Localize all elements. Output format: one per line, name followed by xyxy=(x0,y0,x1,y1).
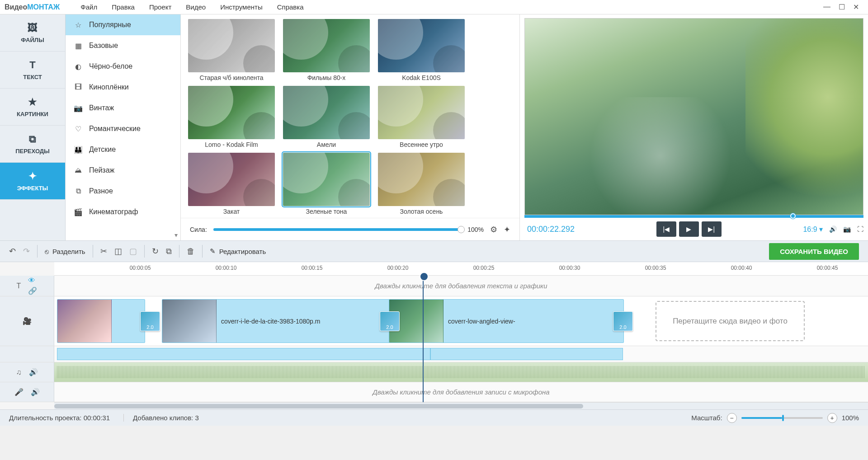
category-item[interactable]: 🎞Киноплёнки xyxy=(66,77,180,98)
zoom-slider[interactable] xyxy=(741,417,823,419)
effect-item[interactable]: Фильмы 80-х xyxy=(283,19,370,81)
cut-icon[interactable]: ✂ xyxy=(100,246,107,256)
transition-marker[interactable]: 2.0 xyxy=(613,311,633,331)
effect-thumb xyxy=(378,86,465,139)
video-track-icon[interactable]: 🎥 xyxy=(23,317,32,325)
effect-label: Весеннее утро xyxy=(378,141,465,148)
effects-panel: Старая ч/б кинолентаФильмы 80-хKodak E10… xyxy=(181,14,520,240)
video-clip[interactable] xyxy=(57,299,145,343)
edit-button[interactable]: ✎ Редактировать xyxy=(210,247,266,255)
stop-icon[interactable]: ▢ xyxy=(129,246,137,256)
video-clip[interactable]: coverr-low-angled-view- xyxy=(389,299,624,343)
music-volume-icon[interactable]: 🔊 xyxy=(29,368,38,376)
timeline-scrollbar[interactable] xyxy=(54,404,583,408)
transition-marker[interactable]: 2.0 xyxy=(380,311,400,331)
delete-icon[interactable]: 🗑 xyxy=(187,247,195,256)
effect-label: Старая ч/б кинолента xyxy=(188,74,275,81)
menu-инструменты[interactable]: Инструменты xyxy=(213,3,270,11)
video-track-body[interactable]: Перетащите сюда видео и фото coverr-i-le… xyxy=(54,296,868,346)
text-track-body[interactable]: Дважды кликните для добавления текста и … xyxy=(54,276,868,296)
effect-item[interactable]: Амели xyxy=(283,86,370,148)
snapshot-icon[interactable]: 📷 xyxy=(843,225,851,233)
category-item[interactable]: ▦Базовые xyxy=(66,35,180,56)
effect-item[interactable]: Весеннее утро xyxy=(378,86,465,148)
category-item[interactable]: 📷Винтаж xyxy=(66,98,180,118)
prev-frame-button[interactable]: |◀ xyxy=(656,221,676,237)
sidebar-tab-картинки[interactable]: ★КАРТИНКИ xyxy=(0,89,65,126)
effect-thumb xyxy=(188,19,275,72)
redo-icon[interactable]: ↷ xyxy=(23,246,30,256)
mic-volume-icon[interactable]: 🔊 xyxy=(31,388,40,396)
effect-item[interactable]: Закат xyxy=(188,153,275,215)
timeline-ruler[interactable]: 00:00:0500:00:1000:00:1500:00:2000:00:25… xyxy=(54,262,868,276)
category-item[interactable]: ♡Романтические xyxy=(66,118,180,139)
effect-item[interactable]: Золотая осень xyxy=(378,153,465,215)
visibility-icon[interactable]: 👁 xyxy=(28,277,37,285)
playhead[interactable] xyxy=(423,276,424,402)
preview-seekbar[interactable] xyxy=(524,215,863,218)
menu-видео[interactable]: Видео xyxy=(179,3,213,11)
menu-справка[interactable]: Справка xyxy=(270,3,311,11)
aspect-ratio-selector[interactable]: 16:9 ▾ xyxy=(803,225,823,234)
category-icon: ▦ xyxy=(74,42,83,50)
magic-wand-icon[interactable]: ✦ xyxy=(504,225,510,235)
fx-strip[interactable] xyxy=(430,348,623,360)
effect-item[interactable]: Старая ч/б кинолента xyxy=(188,19,275,81)
category-item[interactable]: ⧉Разное xyxy=(66,181,180,202)
menu-проект[interactable]: Проект xyxy=(142,3,179,11)
zoom-out-button[interactable]: − xyxy=(727,413,737,423)
sidebar-tab-файлы[interactable]: 🖼ФАЙЛЫ xyxy=(0,14,65,52)
video-dropzone[interactable]: Перетащите сюда видео и фото xyxy=(656,301,805,341)
category-icon: ☆ xyxy=(74,21,83,29)
sidebar-tab-переходы[interactable]: ⧉ПЕРЕХОДЫ xyxy=(0,126,65,163)
left-sidebar: 🖼ФАЙЛЫTТЕКСТ★КАРТИНКИ⧉ПЕРЕХОДЫ✦ЭФФЕКТЫ xyxy=(0,14,66,240)
zoom-in-button[interactable]: + xyxy=(827,413,837,423)
category-item[interactable]: ◐Чёрно-белое xyxy=(66,56,180,77)
mic-track-body[interactable]: Дважды кликните для добавления записи с … xyxy=(54,382,868,402)
category-item[interactable]: 👪Детские xyxy=(66,139,180,160)
fx-track-body[interactable] xyxy=(54,346,868,362)
next-frame-button[interactable]: ▶| xyxy=(702,221,722,237)
category-icon: ♡ xyxy=(74,125,83,133)
maximize-icon[interactable]: ☐ xyxy=(839,3,845,11)
close-icon[interactable]: ✕ xyxy=(853,3,859,11)
play-button[interactable]: ▶ xyxy=(679,221,699,237)
undo-icon[interactable]: ↶ xyxy=(9,246,16,256)
category-item[interactable]: 🎬Кинематограф xyxy=(66,202,180,222)
effect-item[interactable]: Зеленые тона xyxy=(283,153,370,215)
fullscreen-icon[interactable]: ⛶ xyxy=(857,225,863,233)
category-item[interactable]: ☆Популярные xyxy=(66,14,180,35)
sidebar-tab-эффекты[interactable]: ✦ЭФФЕКТЫ xyxy=(0,163,65,200)
effect-item[interactable]: Kodak E100S xyxy=(378,19,465,81)
strength-slider[interactable] xyxy=(213,228,461,231)
crop-icon[interactable]: ◫ xyxy=(114,246,122,256)
menu-правка[interactable]: Правка xyxy=(104,3,142,11)
audio-track-body[interactable] xyxy=(54,362,868,382)
minimize-icon[interactable]: — xyxy=(823,3,830,11)
preview-panel: 00:00:22.292 |◀ ▶ ▶| 16:9 ▾ 🔊 📷 ⛶ xyxy=(520,14,868,240)
sidebar-tab-текст[interactable]: TТЕКСТ xyxy=(0,52,65,89)
effect-item[interactable]: Lomo - Kodak Film xyxy=(188,86,275,148)
video-clip[interactable]: coverr-i-le-de-la-cite-3983-1080p.m xyxy=(162,299,413,343)
volume-icon[interactable]: 🔊 xyxy=(829,225,837,233)
split-button[interactable]: ⎋ Разделить xyxy=(45,248,85,255)
clip-thumbnail xyxy=(162,300,217,343)
save-video-button[interactable]: СОХРАНИТЬ ВИДЕО xyxy=(769,243,859,260)
transition-marker[interactable]: 2.0 xyxy=(140,311,160,331)
category-item[interactable]: ⛰Пейзаж xyxy=(66,160,180,181)
settings-icon[interactable]: ⚙ xyxy=(490,225,497,235)
music-track-icon[interactable]: ♫ xyxy=(16,368,22,376)
text-track-icon[interactable]: T xyxy=(17,282,21,290)
effect-thumb xyxy=(188,86,275,139)
category-label: Популярные xyxy=(89,21,131,29)
category-label: Кинематограф xyxy=(89,208,138,216)
link-icon[interactable]: 🔗 xyxy=(28,286,37,295)
effect-thumb xyxy=(283,19,370,72)
mic-track-icon[interactable]: 🎤 xyxy=(14,388,24,396)
rotate-icon[interactable]: ↻ xyxy=(152,246,159,256)
fx-strip[interactable] xyxy=(57,348,430,360)
duplicate-icon[interactable]: ⧉ xyxy=(166,247,172,256)
menu-файл[interactable]: Файл xyxy=(73,3,104,11)
scroll-down-icon[interactable]: ▾ xyxy=(175,231,178,239)
preview-video[interactable] xyxy=(524,18,863,215)
